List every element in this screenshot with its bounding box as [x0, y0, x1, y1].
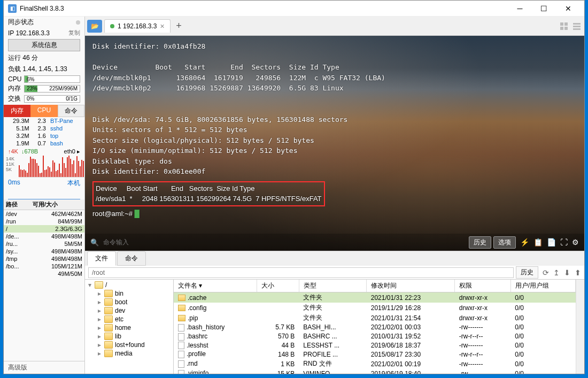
- swap-meter: 0%0/1G: [24, 95, 80, 103]
- view-list-icon[interactable]: [572, 22, 581, 30]
- tab-cpu[interactable]: CPU: [30, 105, 57, 117]
- copy-ip-button[interactable]: 复制: [68, 29, 80, 37]
- refresh-icon[interactable]: ⟳: [543, 268, 549, 277]
- file-row[interactable]: .config文件夹2019/11/29 16:28drwxr-xr-x0/0: [174, 303, 576, 313]
- folder-icon: [178, 315, 185, 321]
- file-icon: [178, 370, 184, 374]
- cpu-label: CPU: [8, 75, 24, 83]
- history-button[interactable]: 历史: [469, 236, 491, 249]
- minimize-button[interactable]: ─: [508, 1, 532, 17]
- fullscreen-icon[interactable]: ⛶: [560, 238, 568, 246]
- file-row[interactable]: .cache文件夹2021/01/31 22:23drwxr-xr-x0/0: [174, 292, 576, 303]
- tab-files[interactable]: 文件: [87, 251, 116, 266]
- column-header[interactable]: 大小: [257, 280, 299, 292]
- scrollbar[interactable]: [576, 280, 584, 374]
- tab-commands[interactable]: 命令: [117, 251, 146, 266]
- file-row[interactable]: .viminfo15 KBVIMINFO...2019/06/19 18:40-…: [174, 369, 576, 374]
- maximize-button[interactable]: ☐: [532, 1, 556, 17]
- file-row[interactable]: .pip文件夹2021/01/31 21:54drwxr-xr-x0/0: [174, 313, 576, 323]
- disk-row[interactable]: /de...498M/498M: [4, 233, 84, 240]
- folder-icon: [104, 341, 113, 349]
- mem-label: 内存: [8, 84, 24, 93]
- load-label: 负载 1.44, 1.45, 1.33: [8, 65, 67, 74]
- disk-row[interactable]: /bo...105M/121M: [4, 263, 84, 270]
- net-up: ↑4K: [8, 148, 18, 155]
- copy-icon[interactable]: 📄: [547, 238, 556, 246]
- tree-node[interactable]: ▸bin: [96, 289, 172, 298]
- up-level-icon[interactable]: ↥: [553, 268, 560, 277]
- net-down: ↓678B: [21, 148, 38, 155]
- column-header[interactable]: 文件名 ▾: [174, 280, 257, 292]
- tree-node[interactable]: ▸home: [96, 323, 172, 332]
- disk-row[interactable]: /2.3G/6.3G: [4, 225, 84, 233]
- file-list[interactable]: 文件名 ▾大小类型修改时间权限用户/用户组 .cache文件夹2021/01/3…: [174, 280, 576, 374]
- system-info-button[interactable]: 系统信息: [8, 39, 80, 51]
- paste-icon[interactable]: 📋: [533, 238, 543, 246]
- search-icon[interactable]: 🔍: [90, 238, 99, 246]
- highlighted-output: Device Boot Start End Sectors Size Id Ty…: [92, 181, 325, 206]
- tab-mem[interactable]: 内存: [4, 105, 30, 117]
- uptime-label: 运行 46 分: [8, 53, 38, 63]
- terminal-prompt: root@aml:~#: [92, 210, 135, 218]
- session-close-icon[interactable]: ×: [160, 22, 164, 30]
- tree-node[interactable]: ▸etc: [96, 315, 172, 323]
- disk-row[interactable]: /ru...5M/5M: [4, 240, 84, 248]
- file-row[interactable]: .bashrc570 BBASHRC ...2010/01/31 19:52-r…: [174, 332, 576, 341]
- disk-row[interactable]: /sy...498M/498M: [4, 248, 84, 255]
- disk-row[interactable]: 49M/50M: [4, 270, 84, 277]
- tree-root[interactable]: ▾/: [86, 281, 172, 289]
- sync-status-label: 同步状态: [8, 18, 74, 27]
- session-tab[interactable]: 1 192.168.3.3 ×: [104, 19, 171, 33]
- folder-tree[interactable]: ▾/ ▸bin▸boot▸dev▸etc▸home▸lib▸lost+found…: [85, 280, 174, 374]
- column-header[interactable]: 权限: [455, 280, 511, 292]
- app-logo-icon: ◧: [8, 4, 17, 13]
- file-row[interactable]: .lesshst44 BLESSHST ...2019/06/18 18:37-…: [174, 341, 576, 350]
- process-row[interactable]: 5.1M2.3sshd: [4, 125, 84, 132]
- terminal[interactable]: Disk identifier: 0x01a4fb28 Device Boot …: [85, 36, 584, 251]
- file-icon: [178, 324, 184, 331]
- file-row[interactable]: .profile148 BPROFILE ...2015/08/17 23:30…: [174, 350, 576, 359]
- status-dot-icon: [110, 24, 114, 28]
- tab-cmd[interactable]: 命令: [58, 105, 84, 117]
- mem-meter: 23%225M/996M: [24, 85, 80, 92]
- tree-node[interactable]: ▸lost+found: [96, 341, 172, 349]
- net-iface[interactable]: eth0 ▸: [64, 148, 80, 155]
- tree-node[interactable]: ▸boot: [96, 298, 172, 306]
- tree-node[interactable]: ▸lib: [96, 332, 172, 341]
- bolt-icon[interactable]: ⚡: [520, 238, 529, 246]
- folder-icon: [104, 307, 113, 314]
- upload-icon[interactable]: ⬆: [575, 268, 581, 277]
- process-row[interactable]: 29.3M2.3BT-Pane: [4, 117, 84, 125]
- column-header[interactable]: 修改时间: [367, 280, 455, 292]
- disk-row[interactable]: /run84M/99M: [4, 218, 84, 225]
- path-input[interactable]: [88, 267, 514, 278]
- disk-table: 路径可用/大小 /dev462M/462M/run84M/99M/2.3G/6.…: [4, 199, 84, 277]
- ping-host[interactable]: 本机: [67, 179, 80, 188]
- options-button[interactable]: 选项: [493, 236, 516, 249]
- cpu-meter: 6%: [24, 75, 80, 83]
- column-header[interactable]: 用户/用户组: [510, 280, 575, 292]
- command-input[interactable]: [103, 238, 467, 246]
- view-grid-icon[interactable]: [560, 22, 568, 30]
- process-row[interactable]: 3.2M1.6top: [4, 132, 84, 140]
- titlebar: ◧ FinalShell 3.8.3 ─ ☐ ✕: [4, 1, 584, 17]
- gear-icon[interactable]: ⚙: [572, 238, 579, 246]
- path-history-button[interactable]: 历史: [516, 266, 538, 279]
- disk-row[interactable]: /dev462M/462M: [4, 210, 84, 218]
- open-folder-button[interactable]: 📂: [87, 20, 102, 33]
- file-row[interactable]: .bash_history5.7 KBBASH_HI...2021/02/01 …: [174, 323, 576, 332]
- add-tab-button[interactable]: +: [173, 20, 185, 33]
- column-header[interactable]: 类型: [299, 280, 366, 292]
- download-icon[interactable]: ⬇: [564, 268, 570, 277]
- folder-icon: [104, 290, 113, 297]
- tree-node[interactable]: ▸dev: [96, 306, 172, 315]
- file-row[interactable]: .rnd1 KBRND 文件2021/02/01 00:19-rw-------…: [174, 359, 576, 369]
- svg-rect-6: [573, 28, 581, 30]
- process-row[interactable]: 1.9M0.7bash: [4, 140, 84, 147]
- close-button[interactable]: ✕: [556, 1, 580, 17]
- folder-icon: [178, 295, 185, 301]
- tree-node[interactable]: ▸media: [96, 349, 172, 358]
- disk-row[interactable]: /tmp498M/498M: [4, 255, 84, 263]
- swap-label: 交换: [8, 94, 24, 103]
- svg-rect-2: [560, 27, 563, 30]
